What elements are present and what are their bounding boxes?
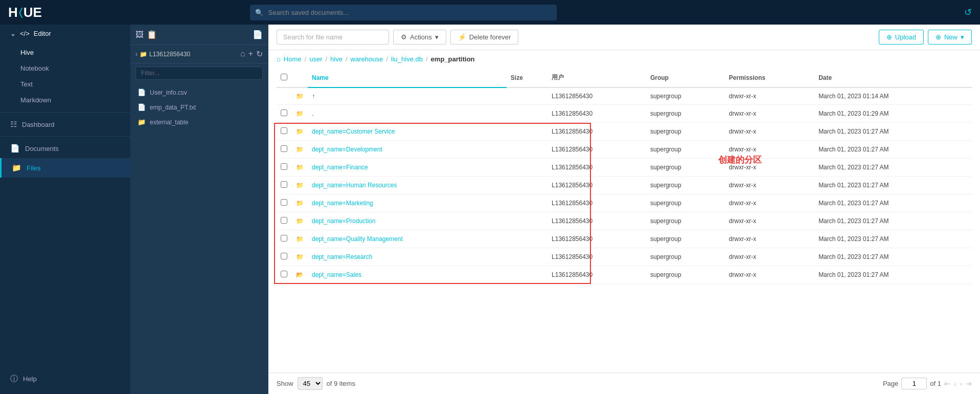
list-item[interactable]: 📁 external_table — [130, 115, 268, 129]
sidebar-item-hive[interactable]: Hive — [0, 45, 130, 60]
row-checkbox[interactable] — [281, 127, 287, 134]
file-user: L13612856430 — [548, 266, 646, 284]
folder-link[interactable]: dept_name=Development — [312, 146, 382, 153]
file-user: L13612856430 — [548, 177, 646, 194]
file-permissions: drwxr-xr-x — [725, 177, 814, 194]
table-row: 📁.L13612856430supergroupdrwxr-xr-xMarch … — [277, 105, 972, 123]
row-checkbox[interactable] — [281, 181, 287, 188]
home-path-icon[interactable]: ⌂ — [240, 49, 245, 59]
actions-label: Actions — [410, 33, 432, 41]
folder-icon: 📁 — [296, 164, 304, 171]
sidebar-item-help[interactable]: ⓘ Help — [0, 369, 130, 389]
sidebar-item-dashboard[interactable]: ☷ Dashboard — [0, 115, 130, 134]
row-checkbox[interactable] — [281, 199, 287, 206]
prev-page-icon[interactable]: ‹ — [954, 379, 956, 388]
folder-link[interactable]: dept_name=Production — [312, 217, 375, 225]
documents-icon: 📄 — [10, 144, 20, 153]
breadcrumb-hive[interactable]: hive — [330, 55, 343, 63]
upload-button[interactable]: ⊕ Upload — [879, 30, 924, 45]
folder-link[interactable]: dept_name=Customer Service — [312, 128, 395, 135]
sidebar-item-notebook[interactable]: Notebook — [0, 60, 130, 76]
refresh-path-icon[interactable]: ↻ — [256, 49, 263, 59]
size-header[interactable]: Size — [507, 68, 548, 87]
row-checkbox[interactable] — [281, 163, 287, 170]
folder-link[interactable]: dept_name=Quality Management — [312, 235, 403, 243]
show-label: Show — [277, 380, 293, 387]
file-user: L13612856430 — [548, 212, 646, 230]
file-permissions: drwxr-xr-x — [725, 248, 814, 266]
new-dropdown-icon: ▾ — [961, 33, 964, 41]
folder-icon: 📁 — [296, 235, 304, 243]
file-group: supergroup — [646, 123, 725, 141]
row-checkbox[interactable] — [281, 217, 287, 224]
refresh-icon[interactable]: ↺ — [964, 7, 972, 18]
sidebar-editor-group[interactable]: ⌄ </> Editor — [0, 25, 130, 42]
sidebar-item-files[interactable]: 📁 Files — [0, 158, 130, 178]
table-row: 📁↑L13612856430supergroupdrwxr-xr-xMarch … — [277, 87, 972, 105]
sidebar-divider-1 — [0, 112, 130, 113]
file-size — [507, 194, 548, 212]
file-date: March 01, 2023 01:27 AM — [814, 212, 972, 230]
folder-icon: 📁 — [138, 118, 146, 126]
file-user: L13612856430 — [548, 159, 646, 177]
group-header[interactable]: Group — [646, 68, 725, 87]
actions-button[interactable]: ⚙ Actions ▾ — [393, 30, 446, 45]
file-group: supergroup — [646, 266, 725, 284]
file-date: March 01, 2023 01:27 AM — [814, 266, 972, 284]
breadcrumb-user[interactable]: user — [309, 55, 322, 63]
filter-input[interactable] — [135, 67, 263, 80]
upload-icon: ⊕ — [886, 33, 892, 41]
folder-icon: 📁 — [296, 217, 304, 225]
global-search-input[interactable] — [250, 5, 557, 20]
folder-link[interactable]: dept_name=Finance — [312, 164, 368, 171]
new-button[interactable]: ⊕ New ▾ — [928, 30, 972, 45]
file-new-icon[interactable]: 📄 — [253, 30, 263, 39]
back-arrow-icon[interactable]: ‹ — [135, 51, 138, 58]
breadcrumb-home[interactable]: Home — [284, 55, 302, 63]
list-item[interactable]: 📄 emp_data_PT.txt — [130, 100, 268, 115]
sidebar-item-text[interactable]: Text — [0, 76, 130, 92]
file-group: supergroup — [646, 159, 725, 177]
file-group: supergroup — [646, 230, 725, 248]
sidebar-item-markdown[interactable]: Markdown — [0, 92, 130, 108]
path-icons: ⌂ + ↻ — [240, 49, 263, 59]
first-page-icon[interactable]: ⇤ — [944, 379, 951, 388]
file-size — [507, 230, 548, 248]
folder-link[interactable]: dept_name=Sales — [312, 271, 361, 278]
search-file-input[interactable] — [277, 30, 389, 45]
main-layout: ⌄ </> Editor Hive Notebook Text Markdown… — [0, 25, 980, 394]
row-checkbox[interactable] — [281, 253, 287, 259]
permissions-header[interactable]: Permissions — [725, 68, 814, 87]
file-permissions: drwxr-xr-x — [725, 105, 814, 123]
delete-button[interactable]: ⚡ Delete forever — [450, 30, 519, 45]
sidebar-dashboard-label: Dashboard — [22, 121, 55, 128]
page-input[interactable] — [901, 378, 927, 389]
sidebar: ⌄ </> Editor Hive Notebook Text Markdown… — [0, 25, 130, 394]
date-header[interactable]: Date — [814, 68, 972, 87]
file-permissions: drwxr-xr-x — [725, 212, 814, 230]
breadcrumb-liuhive[interactable]: liu_hive.db — [391, 55, 423, 63]
last-page-icon[interactable]: ⇥ — [965, 379, 972, 388]
list-item[interactable]: 📄 User_info.csv — [130, 85, 268, 100]
files-icon: 📁 — [12, 163, 21, 172]
breadcrumb-warehouse[interactable]: warehouse — [351, 55, 383, 63]
row-checkbox[interactable] — [281, 271, 287, 277]
database-icon[interactable]: 🖼 — [135, 30, 144, 39]
folder-link[interactable]: dept_name=Marketing — [312, 200, 373, 207]
row-checkbox[interactable] — [281, 235, 287, 242]
select-all-checkbox[interactable] — [281, 74, 287, 80]
folder-link[interactable]: dept_name=Human Resources — [312, 182, 397, 189]
content-toolbar: ⚙ Actions ▾ ⚡ Delete forever ⊕ Upload ⊕ … — [268, 25, 980, 50]
sidebar-item-documents[interactable]: 📄 Documents — [0, 139, 130, 158]
name-header[interactable]: Name — [308, 68, 507, 87]
row-checkbox[interactable] — [281, 145, 287, 152]
per-page-select[interactable]: 45 25 10 — [298, 377, 323, 390]
user-header[interactable]: 用户 — [548, 68, 646, 87]
chevron-down-icon: ⌄ — [10, 30, 16, 37]
folder-link[interactable]: dept_name=Research — [312, 253, 372, 260]
add-path-icon[interactable]: + — [248, 49, 253, 59]
copy-icon[interactable]: 📋 — [147, 30, 157, 39]
next-page-icon[interactable]: › — [960, 379, 962, 388]
bottom-bar: Show 45 25 10 of 9 items Page of 1 ⇤ ‹ ›… — [268, 373, 980, 394]
row-checkbox[interactable] — [281, 110, 287, 116]
